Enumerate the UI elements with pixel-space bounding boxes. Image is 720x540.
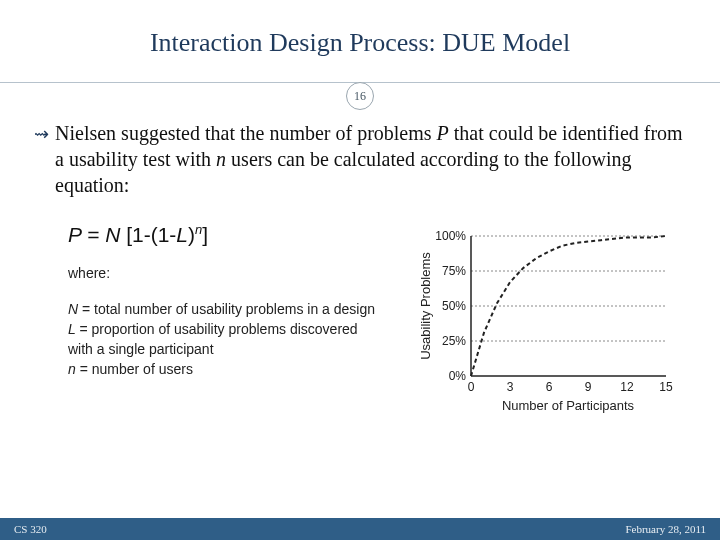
def-n-sym: n (68, 361, 76, 377)
y-tick-3: 75% (442, 264, 466, 278)
bullet-frag-1: Nielsen suggested that the number of pro… (55, 122, 437, 144)
def-n-text: = number of users (76, 361, 193, 377)
x-tick-3: 9 (585, 380, 592, 394)
eq-L: L (176, 223, 188, 246)
y-tick-0: 0% (449, 369, 467, 383)
content-columns: P = N [1-(1-L)n] where: N = total number… (0, 222, 720, 416)
x-axis-label: Number of Participants (502, 398, 635, 413)
def-n: n = number of users (68, 359, 386, 379)
x-tick-5: 15 (659, 380, 673, 394)
footer-left: CS 320 (14, 523, 47, 535)
def-N-sym: N (68, 301, 82, 317)
x-tick-0: 0 (468, 380, 475, 394)
y-tick-4: 100% (435, 229, 466, 243)
def-L: L = proportion of usability problems dis… (68, 319, 386, 359)
slide-title: Interaction Design Process: DUE Model (0, 0, 720, 68)
page-number-badge: 16 (346, 82, 374, 110)
bullet-item: ⇝ Nielsen suggested that the number of p… (34, 120, 686, 198)
y-tick-2: 50% (442, 299, 466, 313)
where-label: where: (68, 265, 386, 281)
eq-open: [1-(1- (126, 223, 176, 246)
def-N: N = total number of usability problems i… (68, 299, 386, 319)
bullet-icon: ⇝ (34, 121, 49, 147)
eq-lhs: P = N (68, 223, 126, 246)
y-tick-1: 25% (442, 334, 466, 348)
bullet-var-n: n (216, 148, 226, 170)
def-L-sym: L (68, 321, 79, 337)
def-L-text: = proportion of usability problems disco… (68, 321, 358, 357)
title-divider: 16 (0, 82, 720, 112)
x-tick-1: 3 (507, 380, 514, 394)
eq-close: ] (202, 223, 208, 246)
equation: P = N [1-(1-L)n] (68, 222, 386, 247)
right-column: 0% 25% 50% 75% 100% 0 3 6 9 12 15 Number… (406, 222, 686, 416)
left-column: P = N [1-(1-L)n] where: N = total number… (34, 222, 386, 416)
footer: CS 320 February 28, 2011 (0, 518, 720, 540)
bullet-text: Nielsen suggested that the number of pro… (55, 120, 686, 198)
slide: Interaction Design Process: DUE Model 16… (0, 0, 720, 540)
definitions: N = total number of usability problems i… (68, 299, 386, 379)
chart: 0% 25% 50% 75% 100% 0 3 6 9 12 15 Number… (416, 226, 676, 416)
bullet-var-p: P (437, 122, 449, 144)
footer-right: February 28, 2011 (625, 523, 706, 535)
x-tick-4: 12 (620, 380, 634, 394)
def-N-text: = total number of usability problems in … (82, 301, 375, 317)
eq-mid: ) (188, 223, 195, 246)
body: ⇝ Nielsen suggested that the number of p… (0, 112, 720, 198)
y-axis-label: Usability Problems (418, 252, 433, 360)
x-tick-2: 6 (546, 380, 553, 394)
